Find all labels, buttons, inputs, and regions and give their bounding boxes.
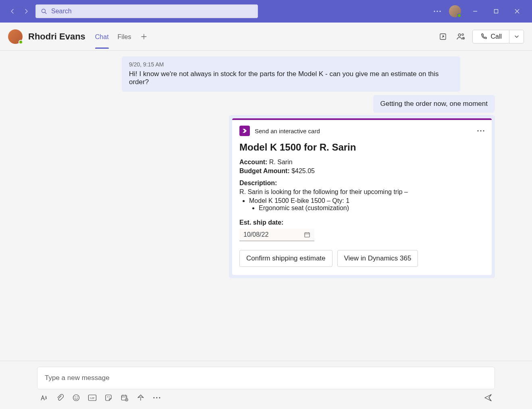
compose-area: Type a new message GIF (0, 361, 532, 409)
stream-button[interactable] (136, 393, 145, 402)
add-people-button[interactable] (455, 31, 467, 43)
nav-back-button[interactable] (6, 5, 19, 17)
presence-available-icon (457, 13, 461, 18)
message-body: Getting the order now, one moment (380, 100, 488, 107)
title-bar: Search (0, 0, 532, 23)
chat-messages: 9/20, 9:15 AM Hi! I know we're not alway… (0, 51, 532, 361)
outgoing-message: Getting the order now, one moment (373, 95, 495, 113)
window-minimize-button[interactable] (466, 4, 484, 19)
window-close-button[interactable] (508, 4, 526, 19)
svg-rect-4 (495, 10, 498, 13)
schedule-meeting-button[interactable] (120, 393, 129, 402)
description-text: R. Sarin is looking for the following fo… (239, 188, 484, 196)
sticker-button[interactable] (104, 393, 113, 402)
more-options-button[interactable] (430, 4, 444, 18)
svg-point-10 (480, 130, 481, 131)
description-label: Description: (239, 180, 484, 187)
call-options-button[interactable] (509, 30, 524, 43)
message-timestamp: 9/20, 9:15 AM (129, 61, 453, 68)
send-button[interactable] (484, 393, 493, 402)
svg-point-7 (462, 33, 463, 35)
svg-point-2 (436, 10, 438, 12)
compose-input[interactable]: Type a new message (37, 367, 495, 389)
window-maximize-button[interactable] (487, 4, 505, 19)
svg-point-6 (458, 34, 461, 36)
ship-date-label: Est. ship date: (239, 219, 484, 226)
search-icon (41, 8, 47, 14)
svg-rect-12 (305, 233, 310, 237)
presence-available-icon (19, 40, 23, 44)
add-tab-button[interactable] (140, 33, 148, 41)
nav-forward-button[interactable] (20, 5, 32, 17)
sub-item: Ergonomic seat (customization) (259, 204, 484, 212)
svg-point-22 (154, 397, 155, 399)
svg-point-18 (107, 397, 108, 397)
message-body: Hi! I know we're not always in stock for… (129, 70, 453, 86)
svg-point-23 (156, 397, 158, 399)
phone-icon (480, 33, 487, 40)
open-app-button[interactable] (437, 31, 449, 43)
svg-point-19 (109, 397, 110, 397)
more-compose-button[interactable] (152, 393, 161, 402)
svg-text:GIF: GIF (90, 397, 94, 400)
tab-files[interactable]: Files (118, 25, 131, 49)
svg-point-1 (434, 10, 435, 12)
call-button[interactable]: Call (473, 30, 509, 43)
chat-title: Rhodri Evans (28, 31, 85, 42)
card-title: Model K 1500 for R. Sarin (239, 142, 484, 153)
svg-point-11 (483, 130, 484, 131)
emoji-button[interactable] (72, 393, 81, 402)
line-item: Model K 1500 E-bike 1500 – Qty: 1 (249, 197, 484, 204)
incoming-message: 9/20, 9:15 AM Hi! I know we're not alway… (122, 56, 460, 92)
svg-point-15 (77, 397, 78, 397)
confirm-shipping-button[interactable]: Confirm shipping estimate (239, 250, 332, 267)
chat-header: Rhodri Evans Chat Files Call (0, 23, 532, 51)
calendar-icon (304, 231, 310, 238)
card-more-button[interactable] (477, 130, 484, 132)
account-label: Account: (239, 159, 267, 165)
search-placeholder: Search (51, 8, 72, 15)
contact-avatar[interactable] (8, 29, 23, 44)
power-automate-icon (239, 126, 250, 136)
attach-button[interactable] (56, 393, 64, 402)
tab-chat[interactable]: Chat (95, 25, 109, 49)
ship-date-input[interactable]: 10/08/22 (239, 229, 314, 241)
search-input[interactable]: Search (35, 4, 258, 18)
svg-point-3 (439, 10, 441, 12)
svg-point-24 (159, 397, 160, 399)
format-button[interactable] (39, 393, 48, 402)
account-value: R. Sarin (269, 159, 293, 165)
svg-point-14 (75, 397, 76, 397)
adaptive-card-message: Send an interactive card Model K 1500 fo… (229, 115, 495, 278)
svg-point-9 (477, 130, 478, 131)
view-dynamics-button[interactable]: View in Dynamics 365 (337, 250, 418, 267)
card-sender: Send an interactive card (255, 128, 472, 134)
profile-avatar[interactable] (449, 5, 461, 17)
call-label: Call (490, 33, 502, 40)
compose-placeholder: Type a new message (45, 374, 110, 382)
budget-value: $425.05 (291, 167, 315, 174)
gif-button[interactable]: GIF (88, 393, 97, 402)
budget-label: Budget Amount: (239, 167, 290, 174)
ship-date-value: 10/08/22 (243, 231, 268, 238)
svg-point-13 (73, 395, 79, 401)
